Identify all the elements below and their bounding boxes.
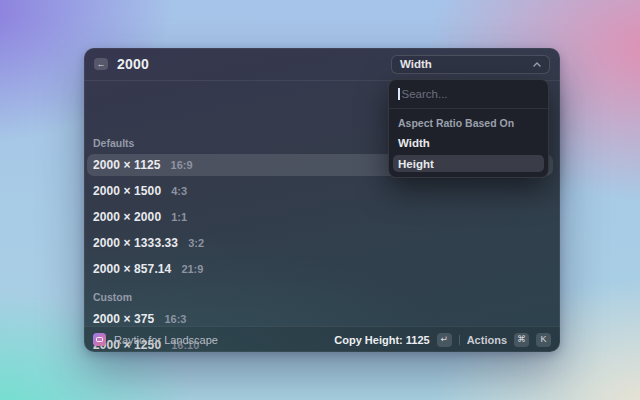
search-input[interactable]: 2000 <box>117 56 149 72</box>
aspect-ratio-dropdown-trigger[interactable]: Width <box>391 55 550 74</box>
item-dimensions: 2000 × 1125 <box>93 158 161 172</box>
dropdown-option-width[interactable]: Width <box>389 133 548 153</box>
dropdown-search-field[interactable]: Search... <box>389 80 548 109</box>
item-ratio: 16:3 <box>164 313 186 325</box>
item-ratio: 4:3 <box>171 185 187 197</box>
raytio-app-icon <box>93 333 106 346</box>
item-dimensions: 2000 × 1333.33 <box>93 236 178 250</box>
item-ratio: 16:9 <box>171 159 193 171</box>
item-dimensions: 2000 × 1500 <box>93 184 161 198</box>
k-key-badge[interactable]: K <box>536 333 551 347</box>
header-bar: ← 2000 Width <box>84 48 560 81</box>
footer-bar: Raytio for Landscape Copy Height: 1125 ↵… <box>84 326 560 352</box>
text-cursor <box>398 88 400 100</box>
raycast-window: ← 2000 Width Defaults 2000 × 1125 16:9 2… <box>84 48 560 352</box>
item-dimensions: 2000 × 857.14 <box>93 262 171 276</box>
desktop-background: ← 2000 Width Defaults 2000 × 1125 16:9 2… <box>0 0 640 400</box>
actions-button[interactable]: Actions <box>467 334 507 346</box>
dropdown-trigger-label: Width <box>400 58 432 70</box>
item-ratio: 1:1 <box>171 211 187 223</box>
primary-action-label[interactable]: Copy Height: 1125 <box>334 334 429 346</box>
item-ratio: 21:9 <box>181 263 203 275</box>
back-arrow-icon: ← <box>97 60 106 69</box>
app-name-label: Raytio for Landscape <box>114 334 218 346</box>
return-key-badge[interactable]: ↵ <box>437 333 452 347</box>
chevron-up-icon <box>533 62 541 67</box>
list-item-2000x857[interactable]: 2000 × 857.14 21:9 <box>87 258 553 280</box>
dropdown-search-placeholder: Search... <box>402 88 448 100</box>
aspect-ratio-dropdown-panel: Search... Aspect Ratio Based On Width He… <box>388 79 549 178</box>
section-header-custom: Custom <box>87 284 553 308</box>
back-button[interactable]: ← <box>94 58 108 70</box>
command-key-badge[interactable]: ⌘ <box>514 333 529 347</box>
item-ratio: 3:2 <box>188 237 204 249</box>
item-dimensions: 2000 × 2000 <box>93 210 161 224</box>
footer-divider <box>459 335 460 345</box>
aspect-frame-icon <box>96 337 103 342</box>
dropdown-section-header: Aspect Ratio Based On <box>389 109 548 133</box>
list-item-2000x2000[interactable]: 2000 × 2000 1:1 <box>87 206 553 228</box>
list-item-2000x1500[interactable]: 2000 × 1500 4:3 <box>87 180 553 202</box>
list-item-2000x1333[interactable]: 2000 × 1333.33 3:2 <box>87 232 553 254</box>
item-dimensions: 2000 × 375 <box>93 312 154 326</box>
footer-actions: Copy Height: 1125 ↵ Actions ⌘ K <box>334 333 551 347</box>
dropdown-option-height[interactable]: Height <box>393 155 544 172</box>
